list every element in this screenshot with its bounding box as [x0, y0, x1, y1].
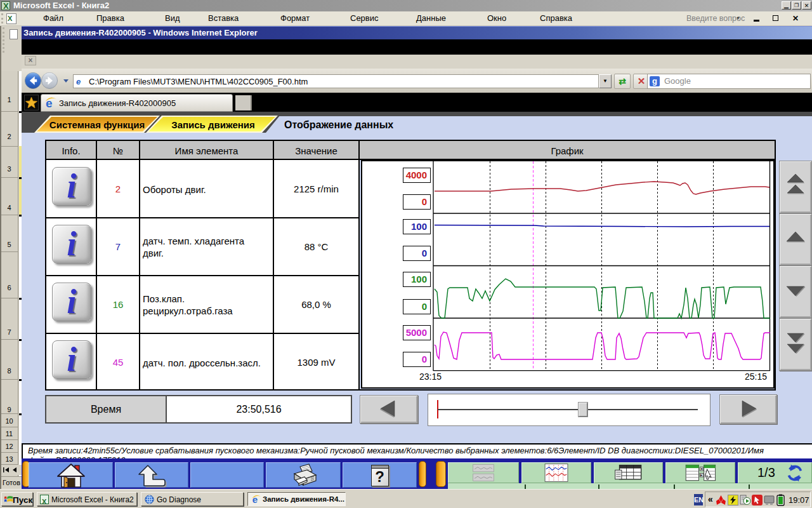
svg-text:Запись движения: Запись движения	[171, 119, 255, 130]
svg-text:Системная функция: Системная функция	[49, 119, 145, 130]
svg-text:◂: ◂	[700, 467, 702, 471]
svg-text:▸: ▸	[700, 473, 702, 477]
